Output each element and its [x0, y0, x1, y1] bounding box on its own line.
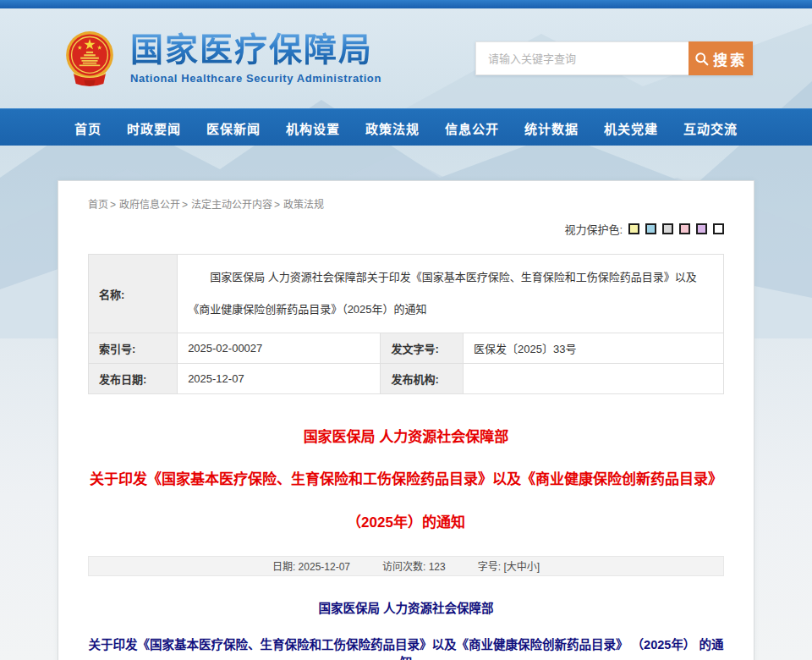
nav-item[interactable]: 政策法规: [365, 119, 420, 137]
eye-protection-label: 视力保护色:: [564, 221, 623, 237]
eye-protection-swatches: [623, 223, 724, 234]
eye-protection-swatch[interactable]: [679, 223, 690, 234]
article-title-line: 关于印发《国家基本医疗保险、生育保险和工伤保险药品目录》以及《商业健康保险创新药…: [88, 470, 724, 488]
breadcrumb: 首页政府信息公开法定主动公开内容政策法规: [88, 181, 724, 211]
meta-fontsize-label: 字号:: [478, 561, 501, 573]
site-logo[interactable]: 国家医疗保障局 National Healthcare Security Adm…: [61, 27, 381, 90]
eye-protection-swatch[interactable]: [713, 223, 724, 234]
document-heading: 国家医保局 人力资源社会保障部 关于印发《国家基本医疗保险、生育保险和工伤保险药…: [88, 598, 724, 660]
nav-list: 首页时政要闻医保新闻机构设置政策法规信息公开统计数据机关党建互动交流: [0, 109, 812, 146]
meta-date: 日期: 2025-12-07: [272, 558, 350, 573]
article-title-line: （2025年）的通知: [88, 514, 724, 531]
docnum-value: 医保发〔2025〕33号: [464, 333, 724, 364]
breadcrumb-link[interactable]: 政策法规: [283, 199, 329, 211]
nav-item[interactable]: 时政要闻: [127, 119, 181, 137]
docnum-label: 发文字号:: [381, 333, 464, 364]
table-row: 名称: 国家医保局 人力资源社会保障部关于印发《国家基本医疗保险、生育保险和工伤…: [89, 255, 724, 333]
table-row: 索引号: 2025-02-00027 发文字号: 医保发〔2025〕33号: [89, 333, 724, 364]
page: 国家医疗保障局 National Healthcare Security Adm…: [0, 0, 812, 660]
nav-item[interactable]: 机构设置: [286, 119, 340, 137]
search-area: 搜索: [475, 41, 753, 75]
font-size-control[interactable]: [大中小]: [503, 561, 540, 573]
name-label: 名称:: [89, 255, 178, 333]
eye-protection-row: 视力保护色:: [88, 221, 724, 237]
breadcrumb-link[interactable]: 首页: [88, 199, 119, 211]
search-button-label: 搜索: [713, 48, 747, 69]
search-button[interactable]: 搜索: [689, 41, 753, 75]
eye-protection-swatch[interactable]: [662, 223, 673, 234]
article-title-red: 国家医保局 人力资源社会保障部 关于印发《国家基本医疗保险、生育保险和工伤保险药…: [88, 428, 724, 531]
search-icon: [694, 52, 709, 66]
document-info-table: 名称: 国家医保局 人力资源社会保障部关于印发《国家基本医疗保险、生育保险和工伤…: [88, 254, 724, 394]
doc-heading-line: 国家医保局 人力资源社会保障部: [88, 598, 724, 616]
index-label: 索引号:: [89, 333, 178, 364]
content-card: 首页政府信息公开法定主动公开内容政策法规 视力保护色: 名称: 国家医保局 人力…: [58, 180, 754, 660]
breadcrumb-link[interactable]: 法定主动公开内容: [191, 199, 283, 211]
site-title: 国家医疗保障局: [130, 32, 381, 69]
search-input[interactable]: [475, 41, 689, 75]
nav-item[interactable]: 机关党建: [604, 119, 658, 137]
eye-protection-swatch[interactable]: [645, 223, 656, 234]
nav-item[interactable]: 首页: [74, 119, 102, 137]
site-subtitle: National Healthcare Security Administrat…: [130, 72, 381, 85]
name-value: 国家医保局 人力资源社会保障部关于印发《国家基本医疗保险、生育保险和工伤保险药品…: [178, 255, 724, 333]
nav-item[interactable]: 医保新闻: [206, 119, 261, 137]
pubdate-label: 发布日期:: [89, 364, 178, 394]
eye-protection-swatch[interactable]: [628, 223, 639, 234]
puborg-label: 发布机构:: [381, 364, 464, 394]
doc-heading-line: 关于印发《国家基本医疗保险、生育保险和工伤保险药品目录》以及《商业健康保险创新药…: [88, 635, 724, 660]
site-header: 国家医疗保障局 National Healthcare Security Adm…: [0, 8, 812, 108]
puborg-value: [464, 364, 724, 394]
site-title-block: 国家医疗保障局 National Healthcare Security Adm…: [130, 32, 381, 85]
article-meta-bar: 日期: 2025-12-07 访问次数: 123 字号: [大中小]: [88, 556, 724, 576]
meta-date-value: 2025-12-07: [299, 561, 350, 573]
article-title-line: 国家医保局 人力资源社会保障部: [88, 428, 724, 446]
meta-fontsize: 字号: [大中小]: [478, 558, 540, 573]
nav-item[interactable]: 信息公开: [445, 119, 499, 137]
national-emblem-icon: [61, 27, 118, 90]
nav-item[interactable]: 互动交流: [683, 119, 738, 137]
meta-visits: 访问次数: 123: [382, 558, 446, 573]
meta-visits-value: 123: [429, 561, 446, 573]
pubdate-value: 2025-12-07: [178, 364, 381, 394]
meta-date-label: 日期:: [272, 561, 295, 573]
top-accent-bar: [0, 0, 812, 8]
nav-item[interactable]: 统计数据: [524, 119, 579, 137]
breadcrumb-link[interactable]: 政府信息公开: [119, 199, 191, 211]
main-nav: 首页时政要闻医保新闻机构设置政策法规信息公开统计数据机关党建互动交流: [0, 108, 812, 146]
meta-visits-label: 访问次数:: [382, 561, 425, 573]
index-value: 2025-02-00027: [178, 333, 381, 364]
table-row: 发布日期: 2025-12-07 发布机构:: [89, 364, 724, 394]
eye-protection-swatch[interactable]: [696, 223, 707, 234]
